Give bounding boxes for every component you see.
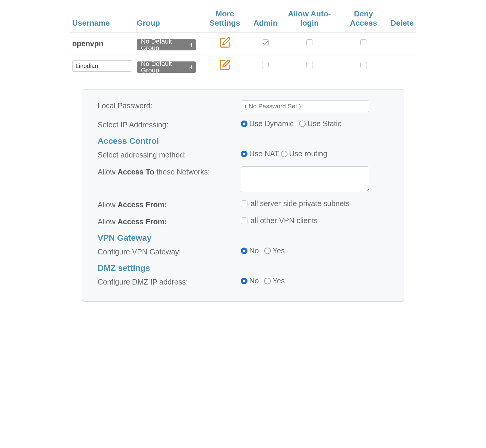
user-table: Username Group More Settings Admin Allow… (70, 6, 416, 77)
ip-static-label: Use Static (307, 119, 342, 128)
routing-radio[interactable] (281, 151, 287, 157)
vpn-gateway-heading: VPN Gateway (98, 233, 388, 243)
group-select[interactable]: No Default Group ▲▼ (137, 39, 196, 50)
col-allow-autologin: Allow Auto-login (280, 6, 339, 33)
allow-private-subnets-option: all server-side private subnets (250, 199, 350, 208)
col-group: Group (134, 6, 199, 33)
ip-static-radio[interactable] (299, 121, 306, 127)
col-username: Username (70, 6, 134, 33)
allow-vpn-clients-checkbox[interactable] (241, 217, 247, 224)
dmz-label: Configure DMZ IP address: (98, 276, 241, 286)
addressing-method-label: Select addressing method: (98, 149, 241, 159)
nat-label: Use NAT (249, 149, 279, 158)
allow-access-to-label: Allow Access To these Networks: (98, 166, 241, 176)
group-select-value: No Default Group (141, 61, 187, 74)
allow-vpn-clients-option: all other VPN clients (250, 216, 318, 225)
vpn-gateway-no-radio[interactable] (241, 248, 247, 254)
group-select-value: No Default Group (141, 38, 187, 51)
table-row: openvpn No Default Group ▲▼ (70, 32, 416, 55)
routing-label: Use routing (289, 149, 327, 158)
ip-dynamic-radio[interactable] (241, 121, 247, 127)
select-caret-icon: ▲▼ (190, 65, 193, 69)
table-row: No Default Group ▲▼ (70, 55, 416, 77)
vpn-gateway-label: Configure VPN Gateway: (98, 246, 241, 256)
admin-checkbox[interactable] (262, 39, 269, 46)
user-settings-panel: Local Password: Select IP Addressing: Us… (82, 89, 404, 302)
autologin-checkbox[interactable] (306, 39, 313, 46)
deny-access-checkbox[interactable] (360, 39, 367, 46)
local-password-input[interactable] (241, 100, 369, 112)
ip-dynamic-label: Use Dynamic (249, 119, 294, 128)
nat-radio[interactable] (241, 151, 247, 157)
access-control-heading: Access Control (98, 136, 388, 146)
edit-icon[interactable] (219, 64, 231, 72)
admin-checkbox[interactable] (262, 62, 269, 68)
col-delete: Delete (388, 6, 416, 33)
allow-access-networks-textarea[interactable] (241, 166, 369, 192)
dmz-heading: DMZ settings (98, 263, 388, 273)
allow-access-from-clients-label: Allow Access From: (98, 216, 241, 226)
deny-access-checkbox[interactable] (360, 62, 367, 68)
vpn-gateway-no-label: No (249, 246, 259, 255)
vpn-gateway-yes-radio[interactable] (264, 248, 271, 254)
local-password-label: Local Password: (98, 100, 241, 110)
autologin-checkbox[interactable] (306, 62, 313, 68)
allow-private-subnets-checkbox[interactable] (241, 200, 247, 207)
edit-icon[interactable] (219, 42, 231, 50)
dmz-no-label: No (249, 276, 259, 285)
dmz-yes-radio[interactable] (264, 278, 271, 284)
col-admin: Admin (251, 6, 280, 33)
group-select[interactable]: No Default Group ▲▼ (137, 61, 196, 73)
ip-addressing-label: Select IP Addressing: (98, 119, 241, 129)
select-caret-icon: ▲▼ (190, 43, 193, 47)
col-deny-access: Deny Access (339, 6, 388, 33)
username-input[interactable] (72, 60, 132, 72)
col-more-settings: More Settings (199, 6, 251, 33)
allow-access-from-subnets-label: Allow Access From: (98, 199, 241, 209)
page-content: Username Group More Settings Admin Allow… (70, 6, 416, 302)
dmz-no-radio[interactable] (241, 278, 247, 284)
vpn-gateway-yes-label: Yes (273, 246, 285, 255)
dmz-yes-label: Yes (273, 276, 285, 285)
username-static: openvpn (72, 39, 103, 48)
